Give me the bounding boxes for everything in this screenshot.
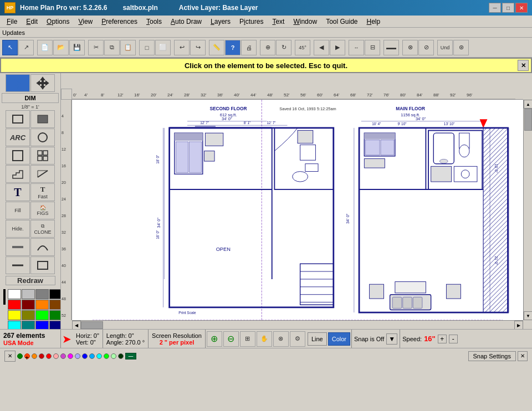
arrow-tool[interactable] — [6, 74, 30, 92]
snap-dot-purple[interactable] — [60, 353, 66, 359]
curve-tool[interactable] — [30, 238, 55, 256]
menu-toolguide[interactable]: Tool Guide — [321, 17, 362, 27]
snap-dot-lightblue[interactable] — [75, 353, 80, 359]
snap-dot-green[interactable] — [17, 353, 23, 359]
color-cell[interactable] — [8, 310, 21, 320]
zoom-extra1[interactable]: ⊗ — [273, 331, 289, 347]
print-button[interactable]: 🖨 — [241, 40, 257, 55]
scroll-right-button[interactable]: ▶ — [514, 321, 523, 329]
undo2-button[interactable]: Und — [437, 40, 453, 55]
snap-dot-orange[interactable] — [32, 353, 37, 359]
scroll-left-button[interactable]: ◀ — [72, 321, 81, 329]
snap-close2-button[interactable]: ✕ — [518, 351, 528, 361]
zoom-in-button[interactable]: ⊕ — [260, 40, 275, 55]
menu-edit[interactable]: Edit — [22, 17, 42, 27]
snap-settings-button[interactable]: Snap Settings — [468, 351, 516, 361]
arc-tool[interactable]: ARC — [6, 129, 30, 146]
zoom-rotate-button[interactable]: ↻ — [276, 40, 291, 55]
select-tool-button[interactable]: ↖ — [2, 40, 18, 55]
flip-h-button[interactable]: ↔ — [349, 40, 364, 55]
color-cell[interactable] — [49, 300, 61, 310]
line-button[interactable]: Line — [308, 332, 327, 346]
pan-button[interactable]: ✋ — [257, 331, 272, 347]
minimize-button[interactable]: ─ — [489, 3, 501, 13]
zoom-extra2[interactable]: ⚙ — [290, 331, 305, 347]
menu-file[interactable]: File — [2, 17, 22, 27]
rotate45-button[interactable]: 45° — [295, 40, 310, 55]
snap-dot-pink[interactable] — [53, 353, 59, 359]
menu-preferences[interactable]: Preferences — [97, 17, 142, 27]
snap-close-button[interactable]: ✕ — [4, 351, 16, 362]
save-button[interactable]: 💾 — [69, 40, 85, 55]
flip-v-button[interactable]: ⊟ — [365, 40, 380, 55]
figs-tool[interactable]: 🏠 FIGS — [30, 202, 55, 219]
menu-options[interactable]: Options — [42, 17, 74, 27]
filled-rect-tool[interactable] — [30, 110, 55, 128]
color-cell[interactable] — [35, 289, 49, 299]
new-button[interactable]: 📄 — [37, 40, 53, 55]
fit-view-button[interactable]: ⊞ — [240, 331, 255, 347]
color-cell[interactable] — [35, 300, 49, 310]
redraw-button[interactable]: Redraw — [6, 276, 55, 285]
snap-settings-icon[interactable]: ▼ — [386, 333, 397, 345]
tb-extra1[interactable]: ⊗ — [402, 40, 418, 55]
zoom-in-status-button[interactable]: ⊕ — [207, 331, 222, 347]
menu-pictures[interactable]: Pictures — [235, 17, 268, 27]
vertical-scrollbar[interactable]: ▲ ▼ — [523, 100, 532, 320]
snap-dot-skyblue[interactable] — [89, 353, 95, 359]
notification-close-button[interactable]: ✕ — [518, 60, 529, 71]
snap-dot-cyan[interactable] — [96, 353, 102, 359]
scroll-thumb-h[interactable] — [81, 321, 103, 329]
line-tool[interactable] — [30, 165, 55, 183]
fast-text-tool[interactable]: T Fast — [30, 183, 55, 201]
snap-dot-lightgreen[interactable] — [111, 353, 116, 359]
color-cell[interactable] — [22, 310, 35, 320]
scroll-up-button[interactable]: ▲ — [524, 100, 532, 109]
color-cell[interactable] — [35, 310, 49, 320]
snap-dot-darkgreen[interactable] — [118, 353, 124, 359]
snap-dot-blue[interactable] — [82, 353, 88, 359]
move-tool[interactable] — [30, 74, 55, 92]
open-button[interactable]: 📂 — [53, 40, 69, 55]
flat-line-tool[interactable] — [6, 256, 30, 274]
line-draw-tool[interactable] — [6, 238, 30, 256]
color-button[interactable]: Color — [328, 332, 350, 346]
undo-button[interactable]: ↩ — [174, 40, 190, 55]
menu-tools[interactable]: Tools — [142, 17, 166, 27]
menu-window[interactable]: Window — [289, 17, 321, 27]
clone-tool[interactable]: ⧉ CLONE — [30, 220, 55, 238]
horizontal-scrollbar[interactable]: ◀ ▶ — [72, 320, 523, 329]
snap-dot-lime[interactable] — [104, 353, 109, 359]
color-cell[interactable] — [49, 321, 61, 329]
floor-plan-canvas[interactable]: SECOND FLOOR 612 sq.ft. MAIN FLOOR 1156 … — [72, 100, 523, 320]
color-cell[interactable] — [22, 321, 35, 329]
zoom-out-status-button[interactable]: ⊖ — [223, 331, 239, 347]
help-button[interactable]: ? — [225, 40, 241, 55]
tb-extra3[interactable]: ⊛ — [453, 40, 469, 55]
fill-tool[interactable]: Fill — [6, 202, 30, 219]
color-cell[interactable] — [8, 321, 21, 329]
measure-button[interactable]: 📏 — [209, 40, 224, 55]
menu-layers[interactable]: Layers — [206, 17, 235, 27]
close-button[interactable]: ✕ — [515, 3, 528, 13]
menu-view[interactable]: View — [74, 17, 97, 27]
rect-tool[interactable] — [6, 110, 30, 128]
move-right-button[interactable]: ▶ — [330, 40, 345, 55]
menu-autodraw[interactable]: Auto Draw — [166, 17, 206, 27]
stair-tool[interactable] — [6, 165, 30, 183]
color-cell[interactable] — [22, 289, 35, 299]
hide-tool[interactable]: Hide. — [6, 220, 30, 238]
circle-tool[interactable] — [30, 129, 55, 146]
copy-button[interactable]: ⧉ — [104, 40, 120, 55]
canvas-area[interactable]: 0' 4' 8' 12' 16' 20' 24' 28' 32' 36' 40'… — [61, 73, 532, 329]
pointer-tool-button[interactable]: ↗ — [18, 40, 34, 55]
paste-button[interactable]: 📋 — [120, 40, 136, 55]
menu-text[interactable]: Text — [268, 17, 289, 27]
rect-outline-tool[interactable] — [30, 256, 55, 274]
wall-button[interactable]: ▬▬ — [383, 40, 399, 55]
active-color-swatch[interactable] — [3, 289, 6, 305]
color-cell[interactable] — [22, 300, 35, 310]
snap-dot-darkred[interactable] — [39, 353, 44, 359]
snap-dot-plus[interactable]: + — [24, 353, 30, 359]
snap-dot-magenta[interactable] — [68, 353, 73, 359]
